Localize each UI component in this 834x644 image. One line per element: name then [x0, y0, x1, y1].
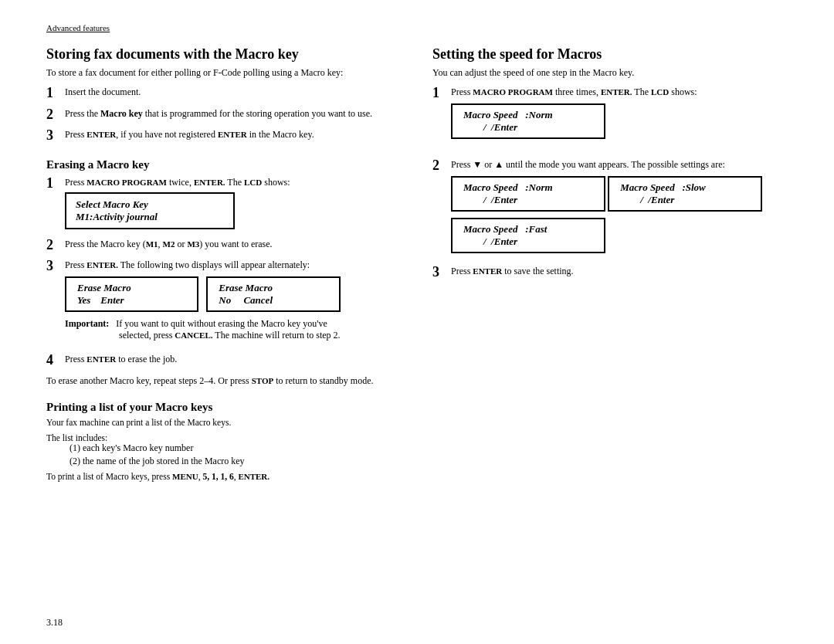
lcd-pair-erase: Erase MacroYes Enter Erase MacroNo Cance… — [65, 276, 341, 312]
step-3b: 3 Press ENTER. The following two display… — [46, 258, 402, 347]
step-4b: 4 Press ENTER to erase the job. — [46, 352, 402, 369]
lcd-erase-yes: Erase MacroYes Enter — [65, 276, 198, 312]
step-2b: 2 Press the Macro key (M1, M2 or M3) you… — [46, 237, 402, 254]
step-num-3b: 3 — [46, 258, 60, 275]
step-1a: 1 Insert the document. — [46, 85, 402, 102]
right-column: Setting the speed for Macros You can adj… — [432, 46, 788, 481]
section-speed-title: Setting the speed for Macros — [432, 46, 788, 63]
breadcrumb: Advanced features — [46, 23, 788, 32]
lcd-speed-fast: Macro Speed :Fast / /Enter — [451, 218, 605, 253]
section-printing: Printing a list of your Macro keys Your … — [46, 401, 402, 481]
step-num-1b: 1 — [46, 175, 60, 192]
section-storing: Storing fax documents with the Macro key… — [46, 46, 402, 144]
section-speed: Setting the speed for Macros You can adj… — [432, 46, 788, 281]
step-num-2c: 2 — [432, 158, 446, 175]
macro-list-items: (1) each key's Macro key number (2) the … — [70, 442, 402, 467]
section-printing-list-intro: The list includes: — [46, 433, 402, 442]
step-3a: 3 Press ENTER, if you have not registere… — [46, 127, 402, 144]
page: Advanced features Storing fax documents … — [0, 0, 834, 644]
step-num-1a: 1 — [46, 85, 60, 102]
section-printing-footer: To print a list of Macro keys, press MEN… — [46, 472, 402, 481]
step-content-1b: Press MACRO PROGRAM twice, ENTER. The LC… — [65, 175, 290, 232]
section-erasing: Erasing a Macro key 1 Press MACRO PROGRA… — [46, 158, 402, 387]
two-column-layout: Storing fax documents with the Macro key… — [46, 46, 788, 481]
step-1b: 1 Press MACRO PROGRAM twice, ENTER. The … — [46, 175, 402, 232]
left-column: Storing fax documents with the Macro key… — [46, 46, 402, 481]
step-3c: 3 Press ENTER to save the setting. — [432, 264, 788, 281]
section-printing-title: Printing a list of your Macro keys — [46, 401, 402, 414]
important-text-cont: selected, press CANCEL. The machine will… — [119, 330, 341, 341]
important-text: If you want to quit without erasing the … — [111, 318, 327, 329]
step-num-1c: 1 — [432, 85, 446, 102]
section-printing-intro: Your fax machine can print a list of the… — [46, 418, 402, 427]
page-number: 3.18 — [46, 617, 63, 629]
lcd-speed-norm-1: Macro Speed :Norm / /Enter — [451, 103, 697, 145]
step-2c: 2 Press ▼ or ▲ until the mode you want a… — [432, 158, 788, 259]
step-content-1c: Press MACRO PROGRAM three times, ENTER. … — [451, 85, 697, 153]
step-text-3a: Press ENTER, if you have not registered … — [65, 127, 314, 141]
step-content-3b: Press ENTER. The following two displays … — [65, 258, 341, 347]
list-item-1: (1) each key's Macro key number — [70, 442, 402, 454]
step-text-1a: Insert the document. — [65, 85, 141, 99]
step-num-3a: 3 — [46, 127, 60, 144]
step-num-3c: 3 — [432, 264, 446, 281]
section-storing-intro: To store a fax document for either polli… — [46, 67, 402, 79]
section-erasing-title: Erasing a Macro key — [46, 158, 402, 171]
important-label: Important: — [65, 318, 109, 329]
lcd-select-macro: Select Macro KeyM1:Activity journal — [65, 192, 235, 229]
step-1c: 1 Press MACRO PROGRAM three times, ENTER… — [432, 85, 788, 153]
list-item-2: (2) the name of the job stored in the Ma… — [70, 456, 402, 467]
step-text-2a: Press the Macro key that is programmed f… — [65, 107, 372, 120]
section-speed-intro: You can adjust the speed of one step in … — [432, 67, 788, 79]
step-num-2a: 2 — [46, 107, 60, 124]
step-num-4b: 4 — [46, 352, 60, 369]
section-erasing-note: To erase another Macro key, repeat steps… — [46, 375, 402, 387]
lcd-speed-norm-2: Macro Speed :Norm / /Enter — [451, 176, 605, 212]
section-storing-title: Storing fax documents with the Macro key — [46, 46, 402, 63]
step-content-2c: Press ▼ or ▲ until the mode you want app… — [451, 158, 788, 259]
lcd-speed-options: Macro Speed :Norm / /Enter Macro Speed :… — [451, 176, 788, 259]
lcd-erase-no: Erase MacroNo Cancel — [206, 276, 340, 312]
important-note: Important: If you want to quit without e… — [65, 318, 341, 341]
step-num-2b: 2 — [46, 237, 60, 254]
step-2a: 2 Press the Macro key that is programmed… — [46, 107, 402, 124]
lcd-speed-slow: Macro Speed :Slow / /Enter — [608, 176, 762, 212]
